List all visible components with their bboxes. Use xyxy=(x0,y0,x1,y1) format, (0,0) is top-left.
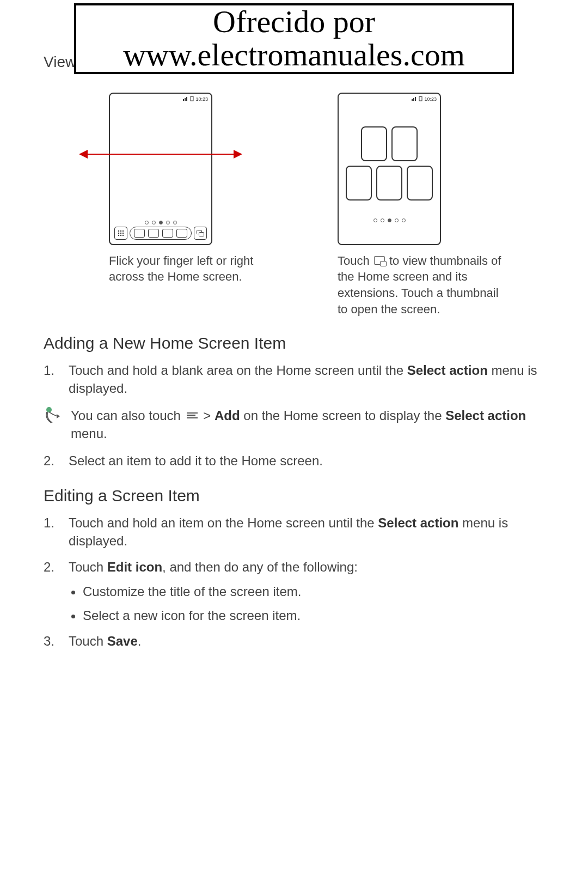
figure-swipe: 10:23 Flick your xyxy=(109,93,283,318)
tip: You can also touch > Add on the Home scr… xyxy=(44,406,544,443)
battery-icon xyxy=(190,96,194,102)
watermark-line2: www.electromanuales.com xyxy=(76,39,512,72)
apps-grid-icon xyxy=(114,227,127,240)
pager-dots xyxy=(110,221,211,224)
swipe-caption: Flick your finger left or right across t… xyxy=(109,253,283,285)
svg-rect-1 xyxy=(192,96,193,96)
tip-icon xyxy=(44,406,62,425)
screen-thumbnail xyxy=(361,126,387,161)
editing-bullets: Customize the title of the screen item. … xyxy=(83,582,544,624)
adding-step-1: Touch and hold a blank area on the Home … xyxy=(44,361,544,398)
svg-point-9 xyxy=(120,235,121,236)
thumbnails-button-icon xyxy=(194,227,207,240)
svg-point-3 xyxy=(120,230,121,232)
battery-icon xyxy=(419,96,422,102)
signal-icon xyxy=(412,96,417,102)
phone-thumbnails: 10:23 xyxy=(338,93,441,245)
adding-steps-cont: Select an item to add it to the Home scr… xyxy=(44,452,544,470)
status-bar: 10:23 xyxy=(183,96,208,102)
svg-point-10 xyxy=(122,235,124,236)
screen-thumbnail xyxy=(346,166,372,200)
watermark: Ofrecido por www.electromanuales.com xyxy=(74,3,514,74)
svg-rect-13 xyxy=(419,96,422,101)
status-time: 10:23 xyxy=(424,96,437,102)
status-bar: 10:23 xyxy=(412,96,437,102)
phone-swipe: 10:23 xyxy=(109,93,212,245)
signal-icon xyxy=(183,96,188,102)
svg-point-2 xyxy=(118,230,119,232)
svg-point-5 xyxy=(118,233,119,234)
screen-thumbnail xyxy=(376,166,402,200)
figures-row: 10:23 Flick your xyxy=(109,93,544,318)
svg-point-8 xyxy=(118,235,119,236)
editing-bullet-2: Select a new icon for the screen item. xyxy=(83,606,544,625)
editing-steps: Touch and hold an item on the Home scree… xyxy=(44,514,544,651)
swipe-arrow-icon xyxy=(80,154,241,155)
adding-heading: Adding a New Home Screen Item xyxy=(44,334,544,353)
editing-bullet-1: Customize the title of the screen item. xyxy=(83,582,544,601)
pager-dots xyxy=(339,218,440,222)
thumbnail-grid xyxy=(348,126,430,200)
screen-thumbnail xyxy=(407,166,433,200)
svg-rect-0 xyxy=(191,96,193,101)
tip-text: You can also touch > Add on the Home scr… xyxy=(68,406,544,443)
adding-steps: Touch and hold a blank area on the Home … xyxy=(44,361,544,398)
adding-step-2: Select an item to add it to the Home scr… xyxy=(44,452,544,470)
svg-point-4 xyxy=(122,230,124,232)
thumbnails-caption: Touch to view thumbnails of the Home scr… xyxy=(338,253,512,318)
editing-step-2: Touch Edit icon, and then do any of the … xyxy=(44,558,544,625)
watermark-line1: Ofrecido por xyxy=(76,5,512,39)
screen-thumbnail xyxy=(391,126,418,161)
svg-point-15 xyxy=(46,407,52,412)
editing-heading: Editing a Screen Item xyxy=(44,487,544,505)
menu-icon xyxy=(187,412,198,419)
dock-shortcuts xyxy=(130,227,192,240)
svg-point-6 xyxy=(120,233,121,234)
svg-rect-14 xyxy=(420,96,421,96)
svg-point-7 xyxy=(122,233,124,234)
svg-rect-12 xyxy=(199,232,204,236)
editing-step-1: Touch and hold an item on the Home scree… xyxy=(44,514,544,550)
status-time: 10:23 xyxy=(195,96,208,102)
editing-step-3: Touch Save. xyxy=(44,632,544,651)
figure-thumbnails: 10:23 Touch to view thumbnails of the Ho… xyxy=(338,93,512,318)
thumbnails-icon xyxy=(374,256,385,265)
dock xyxy=(114,227,207,240)
